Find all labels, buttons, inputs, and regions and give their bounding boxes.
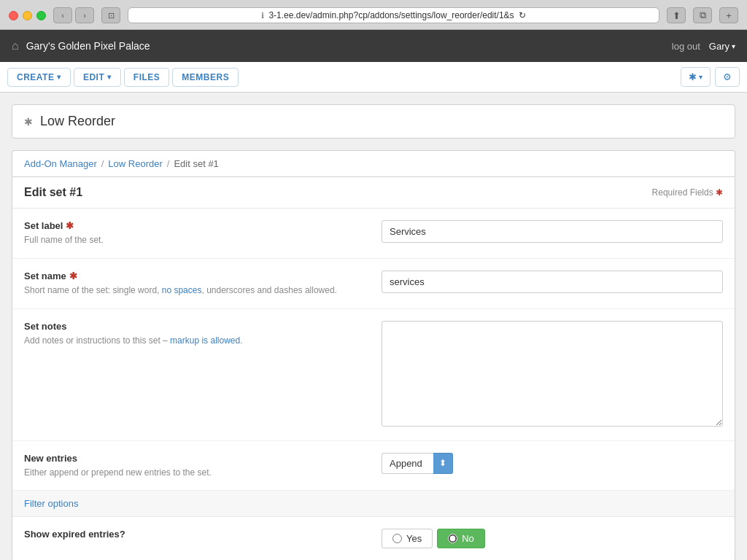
set-label-input[interactable] bbox=[382, 220, 723, 243]
edit-button[interactable]: EDIT ▾ bbox=[74, 68, 121, 87]
traffic-lights bbox=[9, 11, 46, 20]
share-button[interactable]: ⬆ bbox=[667, 7, 686, 23]
minimize-button[interactable] bbox=[23, 11, 32, 20]
create-button[interactable]: CREATE ▾ bbox=[7, 68, 71, 87]
create-chevron-icon: ▾ bbox=[57, 73, 61, 81]
markup-link: markup is allowed bbox=[170, 335, 240, 346]
filter-header[interactable]: Filter options bbox=[12, 491, 735, 516]
filter-section: Filter options bbox=[12, 491, 735, 517]
window-button[interactable]: ⊡ bbox=[101, 7, 120, 23]
set-label-col: Set label ✱ Full name of the set. bbox=[24, 220, 382, 246]
page-header: ✱ Low Reorder bbox=[12, 104, 735, 139]
show-expired-no-label: No bbox=[462, 533, 474, 544]
logout-button[interactable]: log out bbox=[672, 41, 700, 52]
set-notes-textarea[interactable] bbox=[382, 321, 723, 427]
page-title: Low Reorder bbox=[40, 114, 115, 129]
top-nav-right: log out Gary ▾ bbox=[672, 41, 735, 52]
wrench-icon: ✱ bbox=[689, 71, 697, 82]
lock-icon: ℹ bbox=[261, 11, 264, 20]
show-expired-label: Show expired entries? bbox=[24, 529, 367, 540]
files-button[interactable]: FILES bbox=[124, 68, 170, 87]
show-expired-control: Yes No bbox=[382, 529, 723, 548]
toolbar-right: ✱ ▾ ⚙ bbox=[681, 67, 740, 87]
browser-chrome: ‹ › ⊡ ℹ 3-1.ee.dev/admin.php?cp/addons/s… bbox=[0, 0, 747, 30]
back-button[interactable]: ‹ bbox=[53, 7, 72, 23]
url-text: 3-1.ee.dev/admin.php?cp/addons/settings/… bbox=[268, 10, 514, 20]
required-star: ✱ bbox=[716, 187, 723, 198]
set-notes-hint: Add notes or instructions to this set – … bbox=[24, 335, 367, 347]
toolbar-left: CREATE ▾ EDIT ▾ FILES MEMBERS bbox=[7, 68, 239, 87]
show-expired-col: Show expired entries? bbox=[24, 529, 382, 542]
wrench-button[interactable]: ✱ ▾ bbox=[681, 67, 711, 87]
files-label: FILES bbox=[133, 72, 160, 82]
expand-button[interactable]: ⧉ bbox=[693, 7, 712, 23]
breadcrumb-sep-2: / bbox=[167, 158, 170, 169]
members-button[interactable]: MEMBERS bbox=[172, 68, 239, 87]
set-label-hint: Full name of the set. bbox=[24, 234, 367, 246]
set-name-required-star: ✱ bbox=[69, 271, 77, 281]
required-label: Required Fields ✱ bbox=[652, 187, 723, 198]
refresh-icon[interactable]: ↻ bbox=[519, 10, 526, 20]
show-expired-yes-option[interactable]: Yes bbox=[382, 529, 433, 548]
breadcrumb: Add-On Manager / Low Reorder / Edit set … bbox=[24, 158, 723, 169]
set-notes-label: Set notes bbox=[24, 321, 367, 332]
form-panel-header: Edit set #1 Required Fields ✱ bbox=[12, 177, 735, 209]
wrench-chevron-icon: ▾ bbox=[699, 73, 703, 81]
top-nav-left: ⌂ Gary's Golden Pixel Palace bbox=[12, 39, 150, 52]
show-expired-radio-group: Yes No bbox=[382, 529, 723, 548]
breadcrumb-addon-manager[interactable]: Add-On Manager bbox=[24, 158, 97, 169]
set-name-label: Set name ✱ bbox=[24, 271, 367, 281]
new-entries-col: New entries Either append or prepend new… bbox=[24, 453, 382, 479]
set-name-input[interactable] bbox=[382, 271, 723, 293]
set-name-hint: Short name of the set: single word, no s… bbox=[24, 284, 367, 297]
close-button[interactable] bbox=[9, 11, 18, 20]
gear-button[interactable]: ⚙ bbox=[715, 67, 740, 87]
no-spaces-link: no spaces bbox=[162, 285, 202, 295]
breadcrumb-bar: Add-On Manager / Low Reorder / Edit set … bbox=[12, 150, 735, 176]
show-expired-yes-radio[interactable] bbox=[392, 534, 402, 543]
user-chevron-icon: ▾ bbox=[732, 42, 735, 50]
show-expired-no-option[interactable]: No bbox=[437, 529, 485, 548]
page-header-icon: ✱ bbox=[24, 116, 33, 128]
select-arrow-icon[interactable]: ⬍ bbox=[433, 453, 453, 474]
new-entries-select-wrapper: Append Prepend ⬍ bbox=[382, 453, 723, 474]
toolbar: CREATE ▾ EDIT ▾ FILES MEMBERS ✱ ▾ ⚙ bbox=[0, 62, 747, 93]
breadcrumb-current: Edit set #1 bbox=[174, 158, 218, 169]
page-content: ✱ Low Reorder Add-On Manager / Low Reord… bbox=[0, 93, 747, 560]
set-label-label: Set label ✱ bbox=[24, 220, 367, 231]
show-expired-row: Show expired entries? Yes No bbox=[12, 517, 735, 560]
form-panel: Edit set #1 Required Fields ✱ Set label … bbox=[12, 176, 735, 560]
home-icon[interactable]: ⌂ bbox=[12, 39, 19, 52]
address-bar[interactable]: ℹ 3-1.ee.dev/admin.php?cp/addons/setting… bbox=[128, 7, 659, 23]
set-label-required-star: ✱ bbox=[66, 220, 74, 231]
new-tab-button[interactable]: + bbox=[719, 7, 738, 23]
set-notes-control bbox=[382, 321, 723, 429]
fullscreen-button[interactable] bbox=[36, 11, 46, 20]
forward-button[interactable]: › bbox=[75, 7, 94, 23]
set-label-row: Set label ✱ Full name of the set. bbox=[12, 209, 735, 259]
user-name: Gary bbox=[709, 41, 729, 52]
form-panel-title: Edit set #1 bbox=[24, 186, 82, 199]
gear-icon: ⚙ bbox=[723, 71, 732, 82]
app: ⌂ Gary's Golden Pixel Palace log out Gar… bbox=[0, 30, 747, 560]
new-entries-hint: Either append or prepend new entries to … bbox=[24, 467, 367, 479]
set-name-control bbox=[382, 271, 723, 293]
set-notes-row: Set notes Add notes or instructions to t… bbox=[12, 309, 735, 441]
set-label-control bbox=[382, 220, 723, 243]
set-name-row: Set name ✱ Short name of the set: single… bbox=[12, 259, 735, 309]
user-menu-button[interactable]: Gary ▾ bbox=[709, 41, 735, 52]
set-name-col: Set name ✱ Short name of the set: single… bbox=[24, 271, 382, 297]
edit-label: EDIT bbox=[83, 72, 104, 82]
site-name: Gary's Golden Pixel Palace bbox=[26, 40, 150, 52]
new-entries-select[interactable]: Append Prepend bbox=[382, 453, 433, 474]
new-entries-label: New entries bbox=[24, 453, 367, 464]
new-entries-row: New entries Either append or prepend new… bbox=[12, 441, 735, 491]
create-label: CREATE bbox=[17, 72, 54, 82]
show-expired-no-radio[interactable] bbox=[448, 534, 457, 543]
top-nav: ⌂ Gary's Golden Pixel Palace log out Gar… bbox=[0, 30, 747, 62]
show-expired-yes-label: Yes bbox=[406, 533, 422, 544]
breadcrumb-low-reorder[interactable]: Low Reorder bbox=[108, 158, 162, 169]
set-notes-col: Set notes Add notes or instructions to t… bbox=[24, 321, 382, 347]
members-label: MEMBERS bbox=[182, 72, 229, 82]
nav-buttons: ‹ › bbox=[53, 7, 94, 23]
